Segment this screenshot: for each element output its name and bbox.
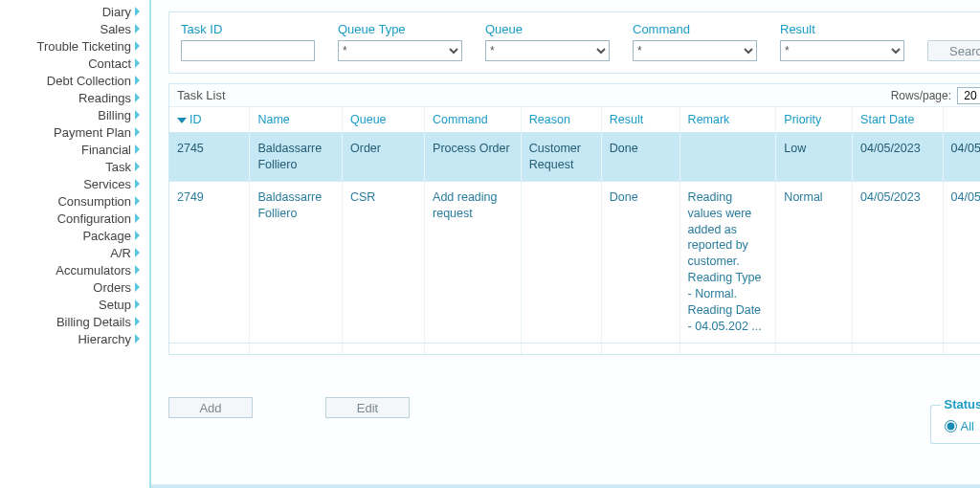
column-header-label: Result (610, 113, 643, 126)
column-header-label: Start Date (860, 113, 914, 126)
sidebar-item-label: Payment Plan (54, 125, 131, 140)
sidebar-item-sales[interactable]: Sales (0, 20, 142, 37)
sidebar-item-label: Hierarchy (78, 332, 131, 346)
rows-per-page-label: Rows/page: (891, 89, 951, 102)
table-cell: Baldassarre Folliero (250, 181, 343, 343)
table-cell: Customer Request (521, 133, 601, 182)
sidebar-item-payment-plan[interactable]: Payment Plan (0, 123, 142, 141)
sidebar-item-setup[interactable]: Setup (0, 296, 142, 313)
sidebar-item-billing-details[interactable]: Billing Details (0, 313, 142, 330)
status-radio-all[interactable] (945, 420, 957, 433)
sidebar-item-trouble-ticketing[interactable]: Trouble Ticketing (0, 37, 142, 55)
task-table: IDNameQueueCommandReasonResultRemarkPrio… (169, 107, 980, 354)
table-cell: 2749 (169, 181, 250, 343)
sidebar-item-billing[interactable]: Billing (0, 106, 142, 123)
filter-label-task-id: Task ID (181, 22, 315, 36)
table-cell: Done (601, 181, 679, 343)
sidebar-item-label: Task (105, 160, 131, 174)
chevron-right-icon (135, 248, 140, 257)
column-header[interactable]: Reason (521, 107, 601, 133)
table-cell: Process Order (425, 343, 522, 354)
sidebar-item-label: Trouble Ticketing (36, 39, 131, 54)
sidebar-item-label: Billing (98, 108, 131, 122)
chevron-right-icon (135, 127, 140, 137)
chevron-right-icon (135, 93, 140, 102)
table-cell: Baldassarre Folliero (250, 343, 343, 354)
edit-button[interactable]: Edit (325, 397, 410, 418)
chevron-right-icon (135, 179, 140, 189)
sidebar-item-readings[interactable]: Readings (0, 89, 142, 106)
sidebar-item-hierarchy[interactable]: Hierarchy (0, 330, 142, 347)
task-id-input[interactable] (181, 40, 315, 61)
sidebar-item-label: Readings (78, 91, 131, 105)
sidebar-item-financial[interactable]: Financial (0, 141, 142, 158)
chevron-right-icon (135, 213, 140, 223)
sidebar-item-debt-collection[interactable]: Debt Collection (0, 72, 142, 89)
sidebar-item-consumption[interactable]: Consumption (0, 192, 142, 210)
sidebar-item-orders[interactable]: Orders (0, 278, 142, 296)
column-header[interactable]: ID (169, 107, 250, 133)
table-row[interactable]: 2749Baldassarre FollieroCSRAdd reading r… (169, 181, 980, 343)
sidebar: DiarySalesTrouble TicketingContactDebt C… (0, 0, 151, 488)
sidebar-item-diary[interactable]: Diary (0, 3, 142, 20)
sidebar-item-label: A/R (110, 246, 131, 260)
result-select[interactable]: * (780, 40, 904, 61)
table-cell: Reading values were added as reported by… (679, 181, 776, 343)
search-button[interactable]: Search (927, 40, 980, 61)
table-cell: 04/05/2023 (853, 343, 943, 354)
column-header[interactable]: Result (601, 107, 679, 133)
table-cell (679, 343, 776, 354)
chevron-right-icon (135, 41, 140, 51)
sidebar-item-accumulators[interactable]: Accumulators (0, 261, 142, 278)
column-header-label: Command (433, 113, 488, 126)
queue-select[interactable]: * (485, 40, 610, 61)
sidebar-item-task[interactable]: Task (0, 158, 142, 175)
status-filter-group: Status All (930, 405, 980, 444)
column-header[interactable]: Start Date (853, 107, 943, 133)
table-cell: 04/05 (943, 133, 980, 182)
status-legend: Status (941, 397, 980, 411)
sidebar-item-label: Services (83, 177, 131, 191)
queue-type-select[interactable]: * (338, 40, 462, 61)
table-cell: Low (776, 133, 853, 182)
sidebar-item-label: Diary (102, 5, 131, 19)
sidebar-item-label: Billing Details (56, 315, 131, 329)
sidebar-item-a-r[interactable]: A/R (0, 244, 142, 261)
status-option-all[interactable]: All (945, 419, 974, 433)
filter-label-result: Result (780, 22, 904, 36)
sort-desc-icon (177, 118, 187, 123)
column-header[interactable]: Priority (776, 107, 853, 133)
table-row[interactable]: 2750Baldassarre FollieroOrderProcess Ord… (169, 343, 980, 354)
chevron-right-icon (135, 162, 140, 171)
column-header[interactable]: Remark (679, 107, 776, 133)
column-header[interactable]: Queue (343, 107, 425, 133)
table-cell: Order (343, 133, 425, 182)
chevron-right-icon (135, 282, 140, 292)
sidebar-item-package[interactable]: Package (0, 227, 142, 244)
table-cell: Process Order (425, 133, 522, 182)
table-row[interactable]: 2745Baldassarre FollieroOrderProcess Ord… (169, 133, 980, 182)
sidebar-item-label: Accumulators (56, 263, 131, 277)
table-cell: Baldassarre Folliero (250, 133, 343, 182)
chevron-right-icon (135, 299, 140, 309)
column-header[interactable] (943, 107, 980, 133)
rows-per-page-input[interactable] (957, 87, 980, 104)
filter-label-queue-type: Queue Type (338, 22, 462, 36)
column-header[interactable]: Name (250, 107, 343, 133)
table-cell: Done (601, 343, 679, 354)
column-header[interactable]: Command (425, 107, 522, 133)
table-cell: Normal (776, 181, 853, 343)
command-select[interactable]: * (633, 40, 757, 61)
sidebar-item-contact[interactable]: Contact (0, 55, 142, 72)
sidebar-item-services[interactable]: Services (0, 175, 142, 192)
table-cell: 04/05 (943, 181, 980, 343)
sidebar-item-label: Orders (93, 280, 131, 295)
chevron-right-icon (135, 144, 140, 154)
chevron-right-icon (135, 110, 140, 120)
sidebar-item-configuration[interactable]: Configuration (0, 210, 142, 227)
chevron-right-icon (135, 231, 140, 240)
add-button[interactable]: Add (168, 397, 253, 418)
chevron-right-icon (135, 58, 140, 68)
sidebar-item-label: Contact (88, 56, 131, 71)
table-cell: Customer Request (521, 343, 601, 354)
